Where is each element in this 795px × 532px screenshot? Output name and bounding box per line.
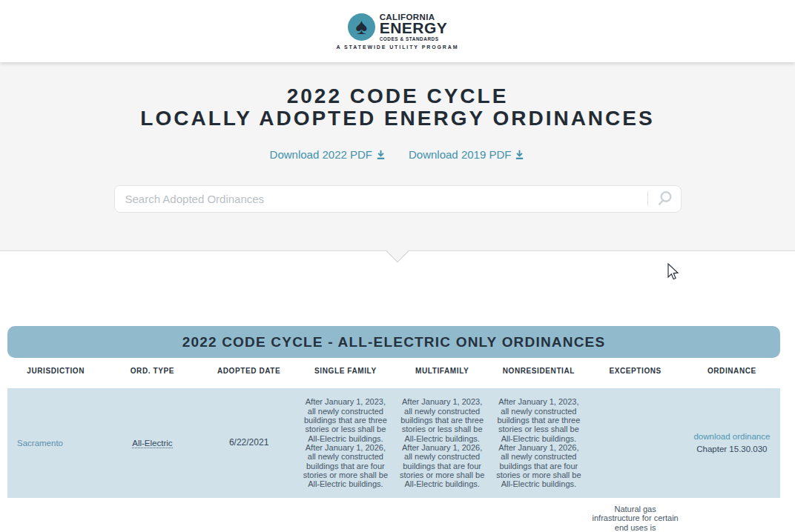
page: ♠ CALIFORNIA ENERGY CODES & STANDARDS A … xyxy=(0,0,795,532)
page-title-line2: LOCALLY ADOPTED ENERGY ORDINANCES xyxy=(0,107,795,130)
download-2022-pdf-link[interactable]: Download 2022 PDF xyxy=(270,148,386,161)
search-icon xyxy=(656,190,673,207)
page-title: 2022 CODE CYCLE LOCALLY ADOPTED ENERGY O… xyxy=(0,62,795,130)
mouse-cursor xyxy=(667,263,679,282)
table-row: Sacramento All-Electric 6/22/2021 After … xyxy=(7,388,780,498)
ordinance-cell: download ordinance Chapter 15.30.030 xyxy=(684,430,780,456)
single-family-cell: After January 1, 2023, all newly constru… xyxy=(297,397,394,488)
site-logo[interactable]: ♠ CALIFORNIA ENERGY CODES & STANDARDS A … xyxy=(337,13,459,49)
page-title-line1: 2022 CODE CYCLE xyxy=(0,85,795,107)
search-input[interactable] xyxy=(115,186,647,212)
multifamily-cell: After January 1, 2023, all newly constru… xyxy=(394,397,490,488)
ord-type-tooltip-term[interactable]: All-Electric xyxy=(132,439,172,448)
col-header-ordinance: ORDINANCE xyxy=(684,367,780,375)
logo-text-energy: ENERGY xyxy=(380,21,448,35)
nonresidential-cell: After January 1, 2023, all newly constru… xyxy=(490,397,587,488)
adopted-date-cell: 6/22/2021 xyxy=(201,438,297,448)
col-header-nonresidential: NONRESIDENTIAL xyxy=(490,367,587,375)
col-header-exceptions: EXCEPTIONS xyxy=(587,367,684,375)
hero-notch-chevron xyxy=(386,241,409,263)
col-header-multifamily: MULTIFAMILY xyxy=(394,367,490,375)
col-header-jurisdiction: JURISDICTION xyxy=(7,367,104,375)
table-header-row: JURISDICTION ORD. TYPE ADOPTED DATE SING… xyxy=(7,367,780,375)
spade-leaf-icon: ♠ xyxy=(355,16,367,38)
download-icon xyxy=(514,149,525,160)
logo-text-codes-standards: CODES & STANDARDS xyxy=(380,36,448,41)
ordinance-chapter-ref: Chapter 15.30.030 xyxy=(689,443,775,456)
download-links: Download 2022 PDF Download 2019 PDF xyxy=(0,148,795,161)
jurisdiction-link[interactable]: Sacramento xyxy=(7,439,104,448)
exceptions-cell: Natural gas infrastructure for certain e… xyxy=(587,498,684,532)
logo-tagline: A STATEWIDE UTILITY PROGRAM xyxy=(337,44,459,50)
search-button[interactable] xyxy=(648,186,681,212)
col-header-single-family: SINGLE FAMILY xyxy=(297,367,394,375)
search-box xyxy=(114,185,682,213)
site-header: ♠ CALIFORNIA ENERGY CODES & STANDARDS A … xyxy=(0,0,795,62)
table-title: 2022 CODE CYCLE - ALL-ELECTRIC ONLY ORDI… xyxy=(182,334,606,350)
energy-logo-icon: ♠ xyxy=(348,13,375,41)
ord-type-cell: All-Electric xyxy=(104,439,200,448)
table-title-band: 2022 CODE CYCLE - ALL-ELECTRIC ONLY ORDI… xyxy=(7,326,780,358)
hero-section: 2022 CODE CYCLE LOCALLY ADOPTED ENERGY O… xyxy=(0,62,795,251)
table-row: Natural gas infrastructure for certain e… xyxy=(7,498,780,532)
col-header-adopted-date: ADOPTED DATE xyxy=(201,367,297,375)
download-ordinance-link[interactable]: download ordinance xyxy=(689,430,775,443)
col-header-ord-type: ORD. TYPE xyxy=(104,367,200,375)
download-icon xyxy=(375,149,386,160)
download-2019-pdf-link[interactable]: Download 2019 PDF xyxy=(409,148,525,161)
